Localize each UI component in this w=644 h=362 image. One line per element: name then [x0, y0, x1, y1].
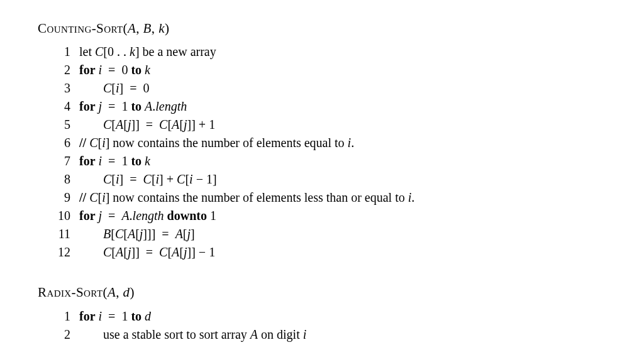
statement: for j = 1 to A.length	[79, 97, 187, 116]
statement: C[i] = 0	[79, 79, 150, 97]
code-line: 1for i = 1 to d	[49, 307, 644, 326]
algo-params: (A, B, k)	[123, 21, 170, 36]
code-line: 11B[C[A[j]]] = A[j]	[49, 225, 644, 243]
page: Counting-Sort(A, B, k) 1let C[0 . . k] b…	[0, 0, 644, 344]
line-number: 12	[49, 243, 79, 261]
code-line: 5C[A[j]] = C[A[j]] + 1	[49, 116, 644, 134]
line-number: 9	[49, 189, 79, 207]
statement: C[i] = C[i] + C[i − 1]	[79, 170, 217, 189]
code-line: 12C[A[j]] = C[A[j]] − 1	[49, 243, 644, 261]
code-line: 10for j = A.length downto 1	[49, 207, 644, 225]
line-number: 1	[49, 307, 79, 326]
pseudocode-counting-sort: 1let C[0 . . k] be a new array2for i = 0…	[49, 43, 644, 261]
algo-params: (A, d)	[103, 285, 134, 300]
code-line: 4for j = 1 to A.length	[49, 97, 644, 116]
line-number: 2	[49, 326, 79, 344]
line-number: 1	[49, 43, 79, 61]
statement: let C[0 . . k] be a new array	[79, 43, 216, 61]
line-number: 5	[49, 116, 79, 134]
line-number: 10	[49, 207, 79, 225]
code-line: 2for i = 0 to k	[49, 61, 644, 79]
statement: for i = 1 to d	[79, 307, 151, 326]
statement: for j = A.length downto 1	[79, 207, 216, 225]
code-line: 2use a stable sort to sort array A on di…	[49, 326, 644, 344]
algo-name: Radix-Sort	[38, 285, 103, 300]
algorithm-title-counting-sort: Counting-Sort(A, B, k)	[38, 19, 644, 38]
statement: // C[i] now contains the number of eleme…	[79, 189, 414, 207]
code-line: 6// C[i] now contains the number of elem…	[49, 134, 644, 152]
algorithm-title-radix-sort: Radix-Sort(A, d)	[38, 283, 644, 302]
line-number: 11	[49, 225, 79, 243]
pseudocode-radix-sort: 1for i = 1 to d2use a stable sort to sor…	[49, 307, 644, 344]
statement: for i = 0 to k	[79, 61, 150, 79]
line-number: 4	[49, 97, 79, 116]
algo-name: Counting-Sort	[38, 21, 123, 36]
statement: C[A[j]] = C[A[j]] + 1	[79, 116, 215, 134]
statement: use a stable sort to sort array A on dig…	[79, 326, 306, 344]
line-number: 6	[49, 134, 79, 152]
statement: B[C[A[j]]] = A[j]	[79, 225, 195, 243]
line-number: 8	[49, 170, 79, 189]
code-line: 3C[i] = 0	[49, 79, 644, 97]
code-line: 7for i = 1 to k	[49, 152, 644, 170]
line-number: 2	[49, 61, 79, 79]
statement: for i = 1 to k	[79, 152, 150, 170]
statement: C[A[j]] = C[A[j]] − 1	[79, 243, 215, 261]
line-number: 3	[49, 79, 79, 97]
statement: // C[i] now contains the number of eleme…	[79, 134, 354, 152]
code-line: 1let C[0 . . k] be a new array	[49, 43, 644, 61]
line-number: 7	[49, 152, 79, 170]
code-line: 8C[i] = C[i] + C[i − 1]	[49, 170, 644, 189]
code-line: 9// C[i] now contains the number of elem…	[49, 189, 644, 207]
